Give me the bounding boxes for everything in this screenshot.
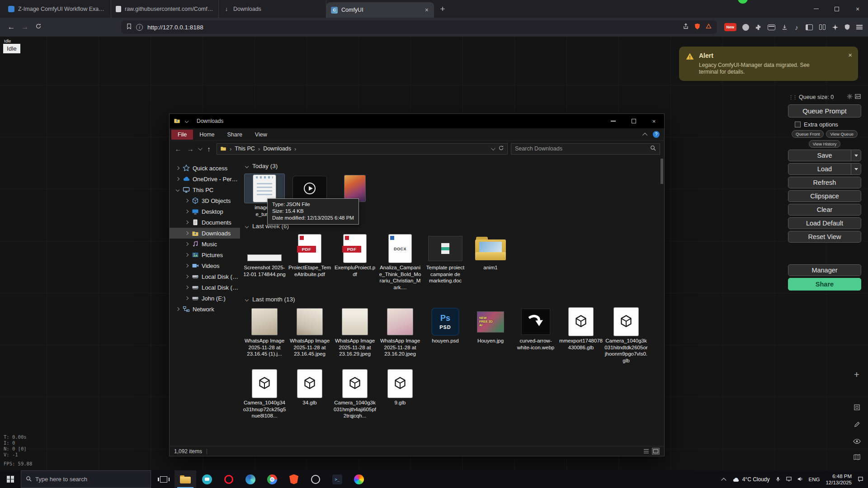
ribbon-tab-home[interactable]: Home xyxy=(193,130,221,140)
nav-item-john-e-[interactable]: John (E:) xyxy=(170,293,240,304)
manager-button[interactable]: Manager xyxy=(788,264,861,276)
nav-item-local-disk-d-[interactable]: Local Disk (D:) xyxy=(170,282,240,293)
nav-item-local-disk-c-[interactable]: Local Disk (C:) xyxy=(170,271,240,282)
group-header[interactable]: Today (3) xyxy=(245,163,664,169)
ribbon-tab-file[interactable]: File xyxy=(171,130,193,140)
taskbar-app-photos[interactable] xyxy=(348,470,370,488)
search-icon[interactable] xyxy=(650,145,656,153)
chevron-icon[interactable] xyxy=(175,307,180,311)
browser-tab[interactable]: Z-Image ComfyUI Workflow Example xyxy=(4,0,111,18)
save-button[interactable]: Save xyxy=(788,150,861,161)
queue-front-button[interactable]: Queue Front xyxy=(792,130,824,138)
chevron-icon[interactable] xyxy=(175,166,180,170)
chevron-icon[interactable] xyxy=(184,209,189,214)
split-icon[interactable] xyxy=(819,23,826,31)
taskbar-app-code[interactable]: >_ xyxy=(326,470,348,488)
details-view-icon[interactable] xyxy=(642,448,650,455)
ribbon-tab-share[interactable]: Share xyxy=(221,130,249,140)
taskbar-search[interactable] xyxy=(21,470,151,488)
file-item[interactable]: mmexport1748078430086.glb xyxy=(558,307,604,364)
ribbon-tab-view[interactable]: View xyxy=(249,130,274,140)
bookmark-icon[interactable] xyxy=(127,23,132,31)
puzzle-icon[interactable] xyxy=(755,23,762,31)
file-item[interactable]: curved-arrow-white-icon.webp xyxy=(513,307,558,364)
browser-tab[interactable]: CComfyUI× xyxy=(326,2,434,18)
map-icon[interactable] xyxy=(852,454,862,462)
browser-tab[interactable]: raw.githubusercontent.com/Comfy-... xyxy=(111,0,219,18)
extra-options-checkbox[interactable] xyxy=(795,122,801,127)
pencil-icon[interactable] xyxy=(852,421,862,430)
action-center-icon[interactable] xyxy=(858,476,863,482)
clipspace-button[interactable]: Clipspace xyxy=(788,190,861,202)
save-dropdown-icon[interactable] xyxy=(851,150,861,161)
collapse-icon[interactable] xyxy=(245,297,249,302)
file-item[interactable]: Camera_1040g34o31hnup72ck25g5nue8l108... xyxy=(242,369,287,419)
browser-maximize-button[interactable] xyxy=(826,0,847,18)
spark-icon[interactable] xyxy=(832,23,838,31)
blob-icon[interactable] xyxy=(742,24,749,31)
sidebar-icon[interactable] xyxy=(806,24,813,30)
alert-close-icon[interactable]: × xyxy=(848,51,852,59)
share-icon[interactable] xyxy=(683,23,689,31)
file-item[interactable]: WhatsApp Image 2025-11-28 at 23.16.45.jp… xyxy=(287,307,332,364)
back-button[interactable]: ← xyxy=(5,23,18,32)
chevron-icon[interactable] xyxy=(184,242,189,246)
chevron-icon[interactable] xyxy=(184,274,189,279)
load-button[interactable]: Load xyxy=(788,163,861,175)
reload-button[interactable] xyxy=(32,23,45,32)
weather-widget[interactable]: 4°C Cloudy xyxy=(732,476,770,483)
taskbar-app-opera[interactable] xyxy=(218,470,240,488)
explorer-minimize-button[interactable] xyxy=(603,114,623,128)
menu-icon[interactable] xyxy=(856,23,863,31)
nav-item-music[interactable]: Music xyxy=(170,239,240,249)
explorer-close-button[interactable]: × xyxy=(644,114,664,128)
taskbar-app-chrome[interactable] xyxy=(261,470,283,488)
scrollbar[interactable] xyxy=(660,156,664,446)
nav-item-quick-access[interactable]: Quick access xyxy=(170,163,240,174)
taskbar-search-input[interactable] xyxy=(35,476,146,483)
wallet-icon[interactable] xyxy=(768,24,775,30)
nav-item-onedrive-persona[interactable]: OneDrive - Persona xyxy=(170,174,240,184)
group-header[interactable]: Last month (13) xyxy=(245,296,664,303)
taskbar-app-chat[interactable] xyxy=(196,470,218,488)
explorer-search-input[interactable] xyxy=(515,145,647,152)
collapse-ribbon-icon[interactable] xyxy=(642,132,647,137)
address-dropdown-icon[interactable] xyxy=(491,146,495,150)
gallery-icon[interactable] xyxy=(855,94,861,101)
chevron-icon[interactable] xyxy=(184,263,189,268)
nav-item-pictures[interactable]: Pictures xyxy=(170,249,240,260)
browser-tab[interactable]: ↓Downloads xyxy=(219,0,326,18)
explorer-search-box[interactable] xyxy=(511,143,660,155)
music-icon[interactable]: ♪ xyxy=(793,23,800,31)
file-item[interactable]: PDFProiectEtape_TemeAtribuite.pdf xyxy=(287,234,332,291)
nav-item-videos[interactable]: Videos xyxy=(170,260,240,271)
scrollbar-thumb[interactable] xyxy=(660,159,663,184)
help-icon[interactable]: ? xyxy=(653,131,660,138)
nav-item-3d-objects[interactable]: 3D Objects xyxy=(170,195,240,206)
file-item[interactable]: WhatsApp Image 2025-11-28 at 23.16.20.jp… xyxy=(377,307,423,364)
taskbar-app-edge[interactable] xyxy=(240,470,261,488)
file-item[interactable]: Screenshot 2025-12-01 174844.png xyxy=(242,234,287,291)
chevron-icon[interactable] xyxy=(184,253,189,257)
forward-button[interactable]: → xyxy=(18,23,32,32)
explorer-forward-button[interactable]: → xyxy=(186,145,195,153)
fit-view-icon[interactable] xyxy=(852,404,862,413)
chevron-icon[interactable] xyxy=(184,285,189,290)
clear-button[interactable]: Clear xyxy=(788,204,861,216)
file-area[interactable]: Today (3)image_ze_turbonesLast week (6)S… xyxy=(240,156,664,446)
nav-item-network[interactable]: Network xyxy=(170,304,240,314)
microphone-icon[interactable] xyxy=(776,477,780,482)
quick-access-toolbar-icon[interactable] xyxy=(184,119,189,123)
load-dropdown-icon[interactable] xyxy=(851,164,861,174)
start-button[interactable] xyxy=(0,470,21,488)
volume-icon[interactable] xyxy=(797,477,803,481)
add-node-icon[interactable]: + xyxy=(852,371,862,379)
file-item[interactable]: WhatsApp Image 2025-11-28 at 23.16.29.jp… xyxy=(332,307,377,364)
thumbnail-view-icon[interactable] xyxy=(652,448,660,455)
chevron-icon[interactable] xyxy=(175,188,180,192)
nav-item-this-pc[interactable]: This PC xyxy=(170,184,240,195)
reset-view-button[interactable]: Reset View xyxy=(788,231,861,243)
browser-close-button[interactable]: × xyxy=(847,0,868,18)
eye-icon[interactable] xyxy=(852,437,862,446)
url-text[interactable]: http://127.0.0.1:8188 xyxy=(147,24,678,31)
